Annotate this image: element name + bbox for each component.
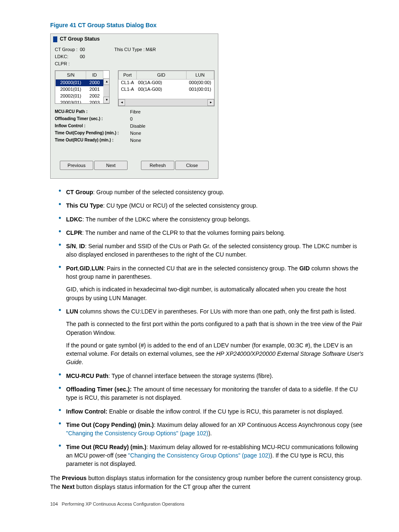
inflow-label: Inflow Control : xyxy=(55,123,130,130)
scroll-down-icon[interactable]: ▾ xyxy=(103,97,110,103)
scroll-right-icon[interactable]: ▸ xyxy=(207,99,214,106)
tocp-value: None xyxy=(130,130,141,137)
gid-cell: 00(1A-G00) xyxy=(136,86,186,93)
mcu-rcu-label: MCU-RCU Path : xyxy=(55,109,130,116)
desc: ). xyxy=(208,430,212,437)
sn-scrollbar[interactable]: ▴ ▾ xyxy=(103,78,109,103)
ldkc-value: 00 xyxy=(80,54,85,60)
term: Inflow Control: xyxy=(66,408,107,415)
link-ref[interactable]: "Changing the Consistency Group Options"… xyxy=(66,430,208,437)
desc: : Type of channel interface between the … xyxy=(108,373,273,379)
mcu-rcu-value: Fibre xyxy=(130,109,141,116)
refresh-button[interactable]: Refresh xyxy=(141,161,174,170)
sn-cell: 20001(01) xyxy=(56,86,86,93)
lun-row[interactable]: CL1-A 00(1A-G00) 001(00:01) xyxy=(119,86,214,93)
term: Time Out (Copy Pending) (min.) xyxy=(66,421,154,428)
cutype-value: M&R xyxy=(146,46,156,53)
sn-header: S/N xyxy=(56,71,86,80)
ct-group-label: CT Group : xyxy=(55,46,80,53)
term: LUN xyxy=(92,265,104,272)
header-right-col: This CU Type :M&R xyxy=(114,46,156,68)
sn-row[interactable]: 20002(01)2002 xyxy=(56,93,103,100)
list-item: CT Group: Group number of the selected c… xyxy=(59,188,366,196)
term: Next xyxy=(62,483,74,490)
list-item: LUN columns shows the CU:LDEV in parenth… xyxy=(59,307,366,367)
term: LDKC xyxy=(66,216,82,223)
lun-header: LUN xyxy=(186,71,214,80)
port-cell: CL1-A xyxy=(119,80,137,86)
close-button[interactable]: Close xyxy=(175,161,209,170)
next-button[interactable]: Next xyxy=(94,161,128,170)
torcu-label: Time Out(RCU Ready) (min.) : xyxy=(55,137,130,144)
list-item: Port,GID,LUN: Pairs in the connected CU … xyxy=(59,264,366,302)
id-cell: 2000 xyxy=(86,80,103,86)
figure-caption: Figure 41 CT Group Status Dialog Box xyxy=(50,21,366,29)
scroll-track[interactable] xyxy=(125,99,207,106)
sn-row[interactable]: 20000(01)2000 xyxy=(56,80,103,86)
list-item: CLPR: The number and name of the CLPR to… xyxy=(59,229,366,237)
sn-listbox[interactable]: S/NID 20000(01)2000 20001(01)2001 20002(… xyxy=(55,70,110,104)
dialog-header-info: CT Group :00 LDKC:00 CLPR : This CU Type… xyxy=(51,44,218,68)
gid-cell: 00(1A-G00) xyxy=(136,80,186,86)
desc: columns shows the CU:LDEV in parentheses… xyxy=(78,308,356,315)
clpr-label: CLPR : xyxy=(55,61,80,67)
lun-listbox[interactable]: Port GID LUN CL1-A 00(1A-G00) 000(00:00)… xyxy=(118,70,215,107)
lun-row[interactable]: CL1-A 00(1A-G00) 000(00:00) xyxy=(119,80,214,86)
inflow-value: Disable xyxy=(130,123,146,130)
scroll-up-icon[interactable]: ▴ xyxy=(103,78,110,85)
sub-paragraph: If the pound or gate symbol (#) is added… xyxy=(66,341,366,367)
page-number: 104 xyxy=(50,501,58,506)
lun-cell: 001(00:01) xyxy=(186,86,214,93)
desc: : Group number of the selected consisten… xyxy=(93,189,225,195)
sn-row[interactable]: 20001(01)2001 xyxy=(56,86,103,93)
text: . xyxy=(82,359,83,365)
page-footer: 104 Performing XP Continuous Access Conf… xyxy=(50,501,366,508)
dialog-buttons: Previous Next Refresh Close xyxy=(51,161,218,170)
term: GID xyxy=(79,265,90,272)
gid-header: GID xyxy=(136,71,186,80)
closing-paragraph: The Previous button displays status info… xyxy=(50,474,366,491)
text: button displays status information for t… xyxy=(74,483,250,490)
term: LUN xyxy=(66,308,78,315)
term: Previous xyxy=(62,475,87,481)
term: Time Out (RCU Ready) (min.) xyxy=(66,444,146,450)
ldkc-label: LDKC: xyxy=(55,54,80,60)
ct-group-status-dialog: CT Group Status CT Group :00 LDKC:00 CLP… xyxy=(50,33,218,179)
port-header: Port xyxy=(119,71,137,80)
term: ID xyxy=(79,243,85,249)
sep: , xyxy=(76,243,79,249)
id-cell: 2001 xyxy=(86,86,103,93)
tocp-label: Time Out(Copy Pending) (min.) : xyxy=(55,130,130,137)
sn-cell: 20003(01) xyxy=(56,100,86,103)
scroll-left-icon[interactable]: ◂ xyxy=(118,99,125,106)
list-item: Offloading Timer (sec.): The amount of t… xyxy=(59,385,366,402)
title-icon xyxy=(53,36,57,42)
sub-paragraph: GID, which is indicated in hexadecimal t… xyxy=(66,285,366,302)
term: CLPR xyxy=(66,229,82,236)
lun-hscrollbar[interactable]: ◂ ▸ xyxy=(118,99,214,106)
term: Offloading Timer (sec.): xyxy=(66,386,132,393)
previous-button[interactable]: Previous xyxy=(60,161,93,170)
sn-row[interactable]: 20003(01)2003 xyxy=(56,100,103,103)
dialog-titlebar: CT Group Status xyxy=(51,34,218,44)
header-left-col: CT Group :00 LDKC:00 CLPR : xyxy=(55,46,85,68)
term: MCU-RCU Path xyxy=(66,373,108,379)
id-cell: 2002 xyxy=(86,93,103,100)
list-item: LDKC: The number of the LDKC where the c… xyxy=(59,215,366,224)
list-item: Time Out (RCU Ready) (min.): Maximum del… xyxy=(59,443,366,468)
id-header: ID xyxy=(86,71,103,80)
sn-cell: 20000(01) xyxy=(56,80,86,86)
port-cell: CL1-A xyxy=(119,86,137,93)
term: CT Group xyxy=(66,189,93,195)
dialog-title: CT Group Status xyxy=(60,36,100,43)
desc: : The number of the LDKC where the consi… xyxy=(82,216,251,223)
desc: : The number and name of the CLPR to tha… xyxy=(82,229,285,236)
text: The xyxy=(50,475,62,481)
list-item: S/N, ID: Serial number and SSID of the C… xyxy=(59,242,366,259)
id-cell: 2003 xyxy=(86,100,103,103)
ct-group-value: 00 xyxy=(80,46,85,53)
properties-block: MCU-RCU Path :Fibre Offloading Timer (se… xyxy=(51,106,218,144)
offload-label: Offloading Timer (sec.) : xyxy=(55,116,130,123)
link-ref[interactable]: "Changing the Consistency Group Options"… xyxy=(128,452,270,459)
sub-paragraph: The path is connected to the first port … xyxy=(66,320,366,337)
